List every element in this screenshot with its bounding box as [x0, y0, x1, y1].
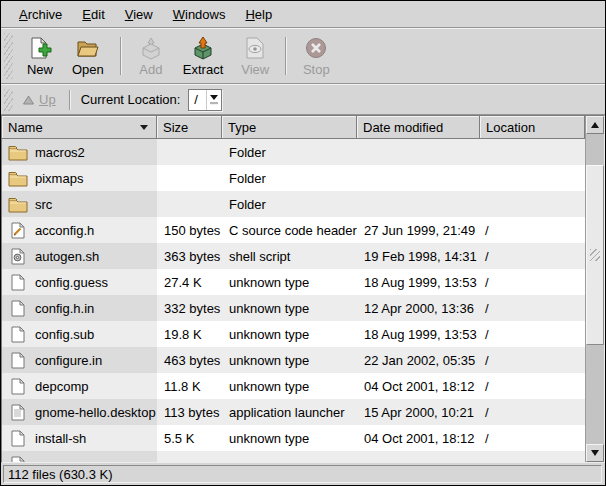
menu-edit[interactable]: Edit	[72, 3, 114, 26]
file-name-cell[interactable]: gnome-hello.desktop	[2, 399, 157, 425]
file-location-cell[interactable]: /	[480, 373, 585, 399]
file-location-cell[interactable]: /	[480, 243, 585, 269]
open-button[interactable]: Open	[63, 34, 113, 79]
file-name-cell[interactable]: acconfig.h	[2, 217, 157, 243]
file-size-cell[interactable]: 363 bytes	[157, 243, 222, 269]
file-row[interactable]: depcomp11.8 Kunknown type04 Oct 2001, 18…	[2, 373, 585, 399]
file-name-cell[interactable]: config.guess	[2, 269, 157, 295]
file-name-cell[interactable]: install-sh	[2, 425, 157, 451]
file-size-cell[interactable]: 11.8 K	[157, 373, 222, 399]
file-name-cell[interactable]: config.h.in	[2, 295, 157, 321]
file-name-cell[interactable]	[2, 451, 157, 462]
file-row[interactable]: autogen.sh363 bytesshell script19 Feb 19…	[2, 243, 585, 269]
menu-windows[interactable]: Windows	[163, 3, 236, 26]
file-size-cell[interactable]	[157, 191, 222, 217]
file-date-cell[interactable]: 18 Aug 1999, 13:53	[357, 321, 480, 347]
menu-archive[interactable]: Archive	[9, 3, 72, 26]
file-row[interactable]: pixmapsFolder	[2, 165, 585, 191]
file-type-cell[interactable]: Folder	[222, 165, 357, 191]
file-row[interactable]: configure.in463 bytesunknown type22 Jan …	[2, 347, 585, 373]
file-date-cell[interactable]: 22 Jan 2002, 05:35	[357, 347, 480, 373]
file-row[interactable]: config.h.in332 bytesunknown type12 Apr 2…	[2, 295, 585, 321]
file-row[interactable]: install-sh5.5 Kunknown type04 Oct 2001, …	[2, 425, 585, 451]
file-size-cell[interactable]: 5.5 K	[157, 425, 222, 451]
file-location-cell[interactable]: /	[480, 425, 585, 451]
column-header-name[interactable]: Name	[2, 116, 157, 139]
file-size-cell[interactable]	[157, 139, 222, 165]
current-location-combobox[interactable]: /	[188, 89, 222, 111]
column-header-date-modified[interactable]: Date modified	[357, 116, 480, 139]
file-name-cell[interactable]: config.sub	[2, 321, 157, 347]
file-size-cell[interactable]	[157, 451, 222, 462]
file-type-cell[interactable]	[222, 451, 357, 462]
file-name-cell[interactable]: depcomp	[2, 373, 157, 399]
file-row[interactable]: config.guess27.4 Kunknown type18 Aug 199…	[2, 269, 585, 295]
file-location-cell[interactable]	[480, 451, 585, 462]
new-button[interactable]: New	[17, 34, 63, 79]
file-size-cell[interactable]: 19.8 K	[157, 321, 222, 347]
file-row[interactable]: macros2Folder	[2, 139, 585, 165]
extract-button[interactable]: Extract	[174, 34, 232, 79]
file-size-cell[interactable]: 113 bytes	[157, 399, 222, 425]
file-type-cell[interactable]: unknown type	[222, 269, 357, 295]
menu-view[interactable]: View	[115, 3, 163, 26]
file-name-cell[interactable]: autogen.sh	[2, 243, 157, 269]
location-bar-drag-handle[interactable]	[4, 89, 13, 111]
file-type-cell[interactable]: unknown type	[222, 425, 357, 451]
column-header-type[interactable]: Type	[222, 116, 357, 139]
file-date-cell[interactable]: 04 Oct 2001, 18:12	[357, 373, 480, 399]
file-location-cell[interactable]: /	[480, 217, 585, 243]
file-type-cell[interactable]: unknown type	[222, 295, 357, 321]
file-date-cell[interactable]: 15 Apr 2000, 10:21	[357, 399, 480, 425]
scrollbar-trough[interactable]	[586, 134, 604, 444]
toolbar-drag-handle[interactable]	[4, 33, 13, 79]
file-type-cell[interactable]: shell script	[222, 243, 357, 269]
file-date-cell[interactable]: 18 Aug 1999, 13:53	[357, 269, 480, 295]
file-location-cell[interactable]	[480, 191, 585, 217]
file-type-cell[interactable]: unknown type	[222, 373, 357, 399]
file-location-cell[interactable]: /	[480, 321, 585, 347]
vertical-scrollbar[interactable]	[585, 116, 604, 462]
file-size-cell[interactable]: 463 bytes	[157, 347, 222, 373]
file-name-cell[interactable]: pixmaps	[2, 165, 157, 191]
scroll-down-button[interactable]	[586, 444, 604, 462]
file-size-cell[interactable]: 27.4 K	[157, 269, 222, 295]
file-row[interactable]: acconfig.h150 bytesC source code header2…	[2, 217, 585, 243]
file-date-cell[interactable]	[357, 165, 480, 191]
file-date-cell[interactable]	[357, 451, 480, 462]
file-date-cell[interactable]	[357, 191, 480, 217]
column-header-location[interactable]: Location	[480, 116, 585, 139]
file-location-cell[interactable]	[480, 165, 585, 191]
file-type-cell[interactable]: application launcher	[222, 399, 357, 425]
file-location-cell[interactable]: /	[480, 295, 585, 321]
file-type-cell[interactable]: unknown type	[222, 347, 357, 373]
file-row[interactable]: gnome-hello.desktop113 bytesapplication …	[2, 399, 585, 425]
file-size-cell[interactable]	[157, 165, 222, 191]
scroll-up-button[interactable]	[586, 116, 604, 134]
file-row[interactable]: srcFolder	[2, 191, 585, 217]
file-date-cell[interactable]: 12 Apr 2000, 13:36	[357, 295, 480, 321]
file-location-cell[interactable]: /	[480, 399, 585, 425]
scrollbar-thumb[interactable]	[586, 165, 604, 345]
file-type-cell[interactable]: unknown type	[222, 321, 357, 347]
combobox-dropdown-button[interactable]	[206, 90, 221, 110]
file-location-cell[interactable]: /	[480, 347, 585, 373]
file-location-cell[interactable]: /	[480, 269, 585, 295]
menu-help[interactable]: Help	[235, 3, 282, 26]
file-location-cell[interactable]	[480, 139, 585, 165]
file-type-cell[interactable]: Folder	[222, 191, 357, 217]
file-size-cell[interactable]: 332 bytes	[157, 295, 222, 321]
file-type-cell[interactable]: C source code header	[222, 217, 357, 243]
file-date-cell[interactable]: 27 Jun 1999, 21:49	[357, 217, 480, 243]
partially-visible-file-row[interactable]	[2, 451, 585, 462]
file-row[interactable]: config.sub19.8 Kunknown type18 Aug 1999,…	[2, 321, 585, 347]
file-date-cell[interactable]: 19 Feb 1998, 14:31	[357, 243, 480, 269]
file-name-cell[interactable]: configure.in	[2, 347, 157, 373]
file-type-cell[interactable]: Folder	[222, 139, 357, 165]
file-size-cell[interactable]: 150 bytes	[157, 217, 222, 243]
file-name-cell[interactable]: macros2	[2, 139, 157, 165]
file-date-cell[interactable]: 04 Oct 2001, 18:12	[357, 425, 480, 451]
file-date-cell[interactable]	[357, 139, 480, 165]
file-name-cell[interactable]: src	[2, 191, 157, 217]
column-header-size[interactable]: Size	[157, 116, 222, 139]
